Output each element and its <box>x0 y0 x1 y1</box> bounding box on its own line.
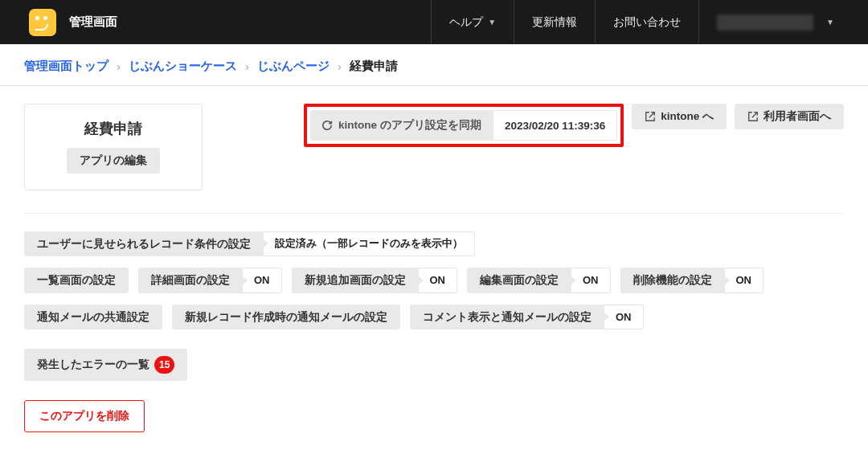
sync-timestamp: 2023/02/20 11:39:36 <box>493 110 617 141</box>
delete-settings-button[interactable]: 削除機能の設定 <box>620 268 725 293</box>
chevron-right-icon: › <box>245 59 249 73</box>
sync-label: kintone のアプリ設定を同期 <box>338 118 481 133</box>
nav-user[interactable]: ▼ <box>698 0 845 44</box>
external-link-icon <box>645 111 656 122</box>
record-condition-pill: ユーザーに見せられるレコード条件の設定 設定済み（一部レコードのみを表示中） <box>24 231 475 257</box>
delete-status: ON <box>725 268 764 293</box>
errors-button[interactable]: 発生したエラーの一覧 15 <box>24 349 187 381</box>
chevron-right-icon: › <box>338 59 342 73</box>
edit-settings-button[interactable]: 編集画面の設定 <box>467 268 571 293</box>
chevron-down-icon: ▼ <box>488 18 496 27</box>
record-condition-status: 設定済み（一部レコードのみを表示中） <box>264 231 475 257</box>
record-condition-button[interactable]: ユーザーに見せられるレコード条件の設定 <box>24 231 264 257</box>
brand-title: 管理画面 <box>69 14 117 30</box>
page-title: 経費申請 <box>67 119 160 138</box>
errors-count-badge: 15 <box>154 356 174 374</box>
sync-highlight: kintone のアプリ設定を同期 2023/02/20 11:39:36 <box>304 104 624 147</box>
errors-label: 発生したエラーの一覧 <box>37 359 149 370</box>
delete-app-button[interactable]: このアプリを削除 <box>24 400 145 432</box>
row-delete-app: このアプリを削除 <box>24 400 844 432</box>
user-name-redacted <box>717 14 813 31</box>
mail-create-button[interactable]: 新規レコード作成時の通知メールの設定 <box>172 305 400 330</box>
nav-contact[interactable]: お問い合わせ <box>595 0 698 44</box>
edit-status: ON <box>571 268 611 293</box>
edit-app-button[interactable]: アプリの編集 <box>67 148 160 174</box>
chevron-down-icon: ▼ <box>826 18 834 27</box>
breadcrumb: 管理画面トップ› じぶんショーケース› じぶんページ› 経費申請 <box>0 44 868 86</box>
crumb-page[interactable]: じぶんページ <box>257 59 330 74</box>
nav-help-label: ヘルプ <box>449 15 483 30</box>
to-user-screen-button[interactable]: 利用者画面へ <box>735 104 844 129</box>
mail-comment-button[interactable]: コメント表示と通知メールの設定 <box>410 305 604 330</box>
crumb-current: 経費申請 <box>350 59 398 74</box>
nav-updates[interactable]: 更新情報 <box>514 0 595 44</box>
create-settings-button[interactable]: 新規追加画面の設定 <box>292 268 419 293</box>
chevron-right-icon: › <box>117 59 121 73</box>
head-row: 経費申請 アプリの編集 kintone のアプリ設定を同期 2023/02/20… <box>24 104 844 190</box>
mail-comment-status: ON <box>604 305 644 330</box>
nav-help[interactable]: ヘルプ ▼ <box>431 0 514 44</box>
mail-common-button[interactable]: 通知メールの共通設定 <box>24 305 162 330</box>
to-kintone-button[interactable]: kintone へ <box>632 104 727 129</box>
settings-section: ユーザーに見せられるレコード条件の設定 設定済み（一部レコードのみを表示中） 一… <box>24 213 844 433</box>
to-kintone-label: kintone へ <box>661 111 714 122</box>
create-status: ON <box>419 268 458 293</box>
detail-settings-button[interactable]: 詳細画面の設定 <box>138 268 243 293</box>
crumb-showcase[interactable]: じぶんショーケース <box>129 59 237 74</box>
head-actions: kintone のアプリ設定を同期 2023/02/20 11:39:36 ki… <box>304 104 844 147</box>
crumb-top[interactable]: 管理画面トップ <box>24 59 108 74</box>
topnav: ヘルプ ▼ 更新情報 お問い合わせ ▼ <box>431 0 845 44</box>
title-card: 経費申請 アプリの編集 <box>24 104 203 190</box>
row-mail: 通知メールの共通設定 新規レコード作成時の通知メールの設定 コメント表示と通知メ… <box>24 305 844 330</box>
row-errors: 発生したエラーの一覧 15 <box>24 349 844 381</box>
row-screens: 一覧画面の設定 詳細画面の設定ON 新規追加画面の設定ON 編集画面の設定ON … <box>24 268 844 293</box>
external-link-icon <box>747 111 759 122</box>
main: 経費申請 アプリの編集 kintone のアプリ設定を同期 2023/02/20… <box>0 86 868 454</box>
brand-logo <box>29 9 56 36</box>
sync-kintone-button[interactable]: kintone のアプリ設定を同期 <box>310 110 493 141</box>
to-user-label: 利用者画面へ <box>764 111 831 122</box>
topbar: 管理画面 ヘルプ ▼ 更新情報 お問い合わせ ▼ <box>0 0 868 44</box>
sync-icon <box>321 120 333 131</box>
row-record-condition: ユーザーに見せられるレコード条件の設定 設定済み（一部レコードのみを表示中） <box>24 231 844 257</box>
detail-status: ON <box>243 268 282 293</box>
list-settings-button[interactable]: 一覧画面の設定 <box>24 268 129 293</box>
